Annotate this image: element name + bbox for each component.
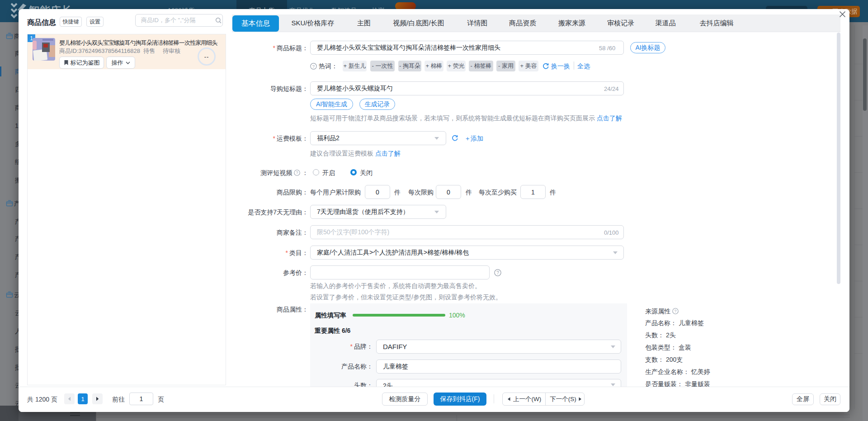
svg-text:?: ? (496, 270, 499, 275)
svg-text:?: ? (312, 64, 315, 69)
svg-text:?: ? (674, 309, 676, 313)
svg-text:?: ? (296, 170, 298, 175)
